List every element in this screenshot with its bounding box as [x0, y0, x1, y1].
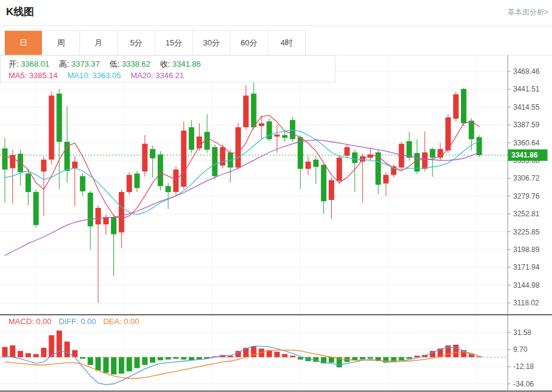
legend-value: 3385.14 [27, 71, 58, 80]
candle [173, 170, 179, 192]
current-price-tag: 3341.86 [508, 150, 548, 161]
candle [95, 208, 101, 224]
price-tick-label: 3441.51 [513, 85, 540, 93]
legend-pair: MACD: 0.00 [8, 317, 52, 326]
candle [414, 153, 420, 172]
macd-bar [119, 357, 124, 374]
legend-value: 3373.37 [69, 59, 100, 68]
macd-bar [25, 353, 31, 357]
price-tick-label: 3198.89 [513, 245, 540, 254]
legend-label: MA5: [8, 71, 27, 80]
candle [212, 147, 218, 176]
price-tick-label: 3252.81 [513, 210, 540, 218]
candle [150, 149, 155, 158]
ma-row: MA5: 3385.14MA10: 3363.05MA20: 3346.21 [8, 71, 194, 80]
price-tick-label: 3360.64 [513, 139, 540, 147]
candle [243, 96, 249, 127]
legend-pair: MA5: 3385.14 [8, 71, 58, 80]
candle [142, 144, 147, 171]
price-tick-label: 3387.59 [513, 121, 540, 129]
candle [383, 175, 389, 184]
macd-bar [80, 357, 86, 359]
macd-bar [56, 331, 62, 357]
candle [461, 89, 466, 124]
macd-bar [41, 348, 47, 357]
legend-pair: DIFF: 0.00 [59, 317, 96, 326]
candle [119, 192, 124, 233]
price-tick-label: 3468.46 [513, 67, 540, 76]
macd-bar [290, 356, 295, 357]
price-tick-label: 3171.94 [513, 263, 540, 271]
macd-bar [181, 357, 186, 360]
macd-bar [88, 357, 93, 365]
candle [33, 192, 39, 225]
price-tick-label: 3144.98 [513, 281, 540, 290]
macd-bar [150, 357, 155, 363]
candle [166, 186, 171, 192]
legend-label: 高: [59, 59, 69, 68]
macd-bar [453, 345, 459, 357]
macd-bar [166, 357, 171, 360]
legend-value: 3338.62 [119, 59, 150, 68]
candles[interactable] [2, 82, 482, 303]
macd-bar [173, 357, 179, 359]
legend-label: 低: [109, 59, 119, 68]
legend-label: DIFF: [59, 317, 79, 326]
macd-bar [33, 354, 39, 357]
macd-bar [95, 357, 101, 371]
candle [189, 127, 194, 150]
macd-bar [368, 357, 373, 359]
legend-pair: 低: 3338.62 [109, 59, 150, 68]
svg-text:3341.86: 3341.86 [511, 151, 538, 159]
candle [2, 148, 8, 170]
macd-bar [298, 357, 303, 360]
candle [337, 158, 342, 181]
price-tick-label: 3279.76 [513, 192, 540, 201]
candle [375, 153, 381, 185]
legend-value: 3368.01 [19, 59, 50, 68]
candle [445, 118, 451, 151]
candle [158, 154, 163, 186]
legend-label: DEA: [103, 317, 121, 326]
price-tick-label: 3306.72 [513, 174, 540, 182]
candle [72, 162, 78, 168]
candle [88, 193, 93, 227]
candle [235, 127, 241, 168]
legend-pair: 收: 3341.86 [160, 59, 201, 68]
candle [204, 132, 210, 150]
macd-bar [282, 354, 288, 357]
candle [181, 131, 186, 187]
macd-bar [111, 357, 116, 375]
candle [345, 147, 350, 156]
macd-bar [329, 357, 334, 363]
legend-value: 0.00 [122, 317, 140, 326]
price-tick-label: 3118.02 [513, 299, 539, 307]
legend-label: MA10: [67, 71, 90, 80]
legend-pair: 开: 3368.01 [8, 59, 49, 68]
price-tick-label: 3225.85 [513, 228, 540, 236]
macd-tick-label: -34.06 [513, 380, 534, 388]
candle [313, 160, 318, 167]
macd-bar [274, 352, 280, 357]
legend-pair: MA20: 3346.21 [130, 71, 184, 80]
candle [134, 173, 140, 188]
macd-bar [406, 357, 412, 359]
macd-histogram[interactable] [2, 331, 482, 374]
legend-label: 收: [160, 59, 170, 68]
legend-pair: 高: 3373.37 [59, 59, 99, 68]
candle [25, 173, 31, 192]
legend-pair: DEA: 0.00 [103, 317, 139, 326]
candle [352, 153, 357, 163]
candle [111, 217, 116, 234]
candle [306, 162, 311, 169]
candle [127, 175, 132, 192]
candle [329, 180, 334, 200]
candle [321, 165, 326, 201]
candle [430, 149, 436, 158]
macd-bar [134, 357, 140, 368]
legend-label: MA20: [130, 71, 153, 80]
macd-bar [399, 357, 404, 360]
candle [49, 96, 54, 160]
candle [282, 135, 288, 138]
candle [469, 121, 474, 139]
